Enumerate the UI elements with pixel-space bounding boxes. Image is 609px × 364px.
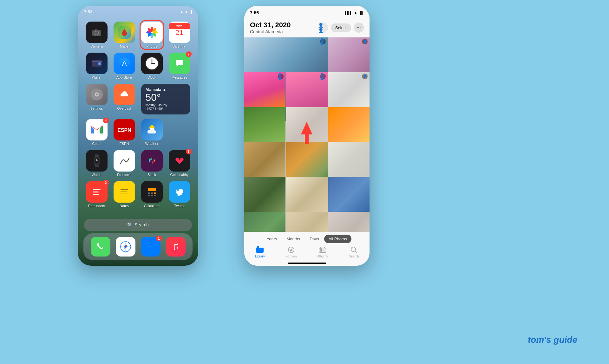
photos-wifi-icon: ▲ (354, 11, 357, 15)
tab-library-label: Library (255, 255, 265, 258)
svg-rect-81 (322, 248, 326, 252)
left-phone: 7:53 ▲ ▲ ▐ Camera Maps (78, 6, 198, 266)
app-weather[interactable]: Weather (141, 119, 163, 146)
app-label-freeform: Freeform (117, 173, 131, 177)
app-messages[interactable]: 7 Messages (169, 53, 190, 79)
tab-library[interactable]: Library (250, 246, 269, 258)
svg-point-74 (169, 240, 182, 253)
seg-months[interactable]: Months (282, 235, 304, 243)
dock-safari[interactable] (116, 237, 135, 257)
search-bar[interactable]: 🔍 Search (84, 219, 192, 231)
svg-rect-60 (148, 188, 156, 191)
app-label-settings: Settings (90, 107, 103, 110)
app-camera[interactable]: Camera (86, 22, 108, 48)
photos-status-bar: 7:56 ▌▌▌ ▲ ▐▌ (244, 6, 370, 20)
seg-allphotos[interactable]: All Photos (324, 235, 352, 243)
photo-15[interactable]: 👤👤 (244, 212, 285, 232)
photos-header: Oct 31, 2020 Central Alameda 👤👤 Select ·… (244, 20, 370, 37)
svg-rect-65 (151, 195, 153, 196)
svg-point-40 (146, 154, 158, 167)
photo-16[interactable] (286, 212, 327, 232)
dock-phone[interactable] (91, 237, 110, 257)
tab-albums[interactable]: Albums (313, 246, 332, 258)
svg-rect-61 (148, 192, 150, 194)
photos-header-buttons: 👤👤 Select ··· (318, 23, 364, 33)
photos-highlight-border (140, 20, 164, 50)
photos-app: 7:56 ▌▌▌ ▲ ▐▌ Oct 31, 2020 Central Alame… (244, 6, 370, 266)
app-watch[interactable]: Watch (86, 150, 108, 177)
photos-header-row: Oct 31, 2020 Central Alameda 👤👤 Select ·… (250, 21, 364, 34)
tab-search[interactable]: Search (344, 246, 363, 258)
photo-2-person-icon: 👤 (362, 39, 368, 44)
photos-date-location: Oct 31, 2020 Central Alameda (250, 21, 291, 34)
gmail-badge: 4 (103, 118, 109, 123)
gethealthy-badge: 1 (186, 149, 192, 154)
tab-foryou[interactable]: For You (282, 246, 301, 258)
app-label-wallet: Wallet (92, 75, 101, 79)
app-photos[interactable]: Photos (141, 22, 163, 48)
app-calendar[interactable]: WED 21 Calendar (169, 22, 190, 48)
svg-rect-55 (121, 189, 128, 190)
mail-badge: 1 (156, 236, 162, 241)
status-time-left: 7:53 (84, 10, 92, 14)
svg-rect-51 (93, 189, 101, 190)
wifi-icon: ▲ (185, 10, 188, 14)
app-maps[interactable]: Maps (114, 22, 135, 48)
weather-range: H:57° L:40° (146, 107, 186, 111)
svg-point-27 (96, 94, 98, 95)
app-label-clock: Clock (147, 75, 156, 79)
photos-date: Oct 31, 2020 (250, 21, 291, 29)
app-label-calculator: Calculator (144, 204, 160, 208)
dock-music[interactable] (166, 237, 186, 257)
library-icon (256, 246, 264, 254)
seg-years[interactable]: Years (262, 235, 282, 243)
app-freeform[interactable]: Freeform (114, 150, 135, 177)
svg-rect-42 (149, 159, 150, 162)
select-button[interactable]: Select (331, 23, 351, 32)
svg-rect-64 (148, 195, 150, 196)
app-twitter[interactable]: Twitter (169, 181, 190, 208)
more-button[interactable]: ··· (354, 23, 364, 33)
app-label-gethealthy: Get Healthy (170, 173, 188, 177)
search-tab-icon (350, 246, 357, 254)
tab-search-label: Search (349, 255, 359, 258)
svg-rect-34 (95, 154, 99, 157)
svg-rect-77 (257, 246, 259, 248)
app-label-camera: Camera (90, 44, 103, 48)
app-slack[interactable]: Slack (141, 150, 163, 177)
svg-rect-59 (146, 185, 158, 198)
app-gmail[interactable]: 4 Gmail (86, 119, 108, 146)
svg-rect-66 (154, 195, 156, 196)
photo-1-person-icon: 👤👤 (320, 39, 326, 44)
app-overcast[interactable]: Overcast (114, 84, 135, 110)
app-label-calendar: Calendar (172, 44, 187, 48)
photos-location: Central Alameda (250, 29, 291, 34)
app-gethealthy[interactable]: 1 Get Healthy (169, 150, 190, 177)
app-wallet[interactable]: Wallet (86, 53, 108, 79)
share-people-button[interactable]: 👤👤 (318, 23, 328, 33)
home-indicator-bar (288, 263, 326, 264)
svg-rect-53 (93, 194, 99, 195)
photos-status-time: 7:56 (250, 10, 259, 15)
photos-signal-icon: ▌▌▌ (345, 11, 352, 15)
app-notes[interactable]: Notes (114, 181, 135, 208)
photo-4-person-icon: 👤👤 (320, 74, 326, 79)
seg-days[interactable]: Days (305, 235, 324, 243)
photo-17[interactable]: 👤👤 (328, 212, 370, 232)
toms-guide-logo: tom's guide (528, 335, 577, 345)
app-label-appstore: App Store (116, 75, 132, 79)
app-settings[interactable]: Settings (86, 84, 108, 110)
app-calculator[interactable]: Calculator (141, 181, 163, 208)
svg-rect-39 (118, 154, 131, 167)
svg-rect-56 (121, 191, 127, 192)
signal-icon: ▲ (180, 10, 183, 14)
weather-city: Alameda ▲ (146, 88, 186, 92)
app-appstore[interactable]: A App Store (114, 53, 135, 79)
app-clock[interactable]: Clock (141, 53, 163, 79)
app-label-gmail: Gmail (92, 142, 101, 146)
app-espn[interactable]: ESPN ESPN (114, 119, 135, 146)
app-reminders[interactable]: 2 Reminders (86, 181, 108, 208)
app-label-reminders: Reminders (88, 204, 105, 208)
svg-rect-58 (121, 195, 126, 195)
dock-mail[interactable]: 1 (141, 237, 160, 257)
